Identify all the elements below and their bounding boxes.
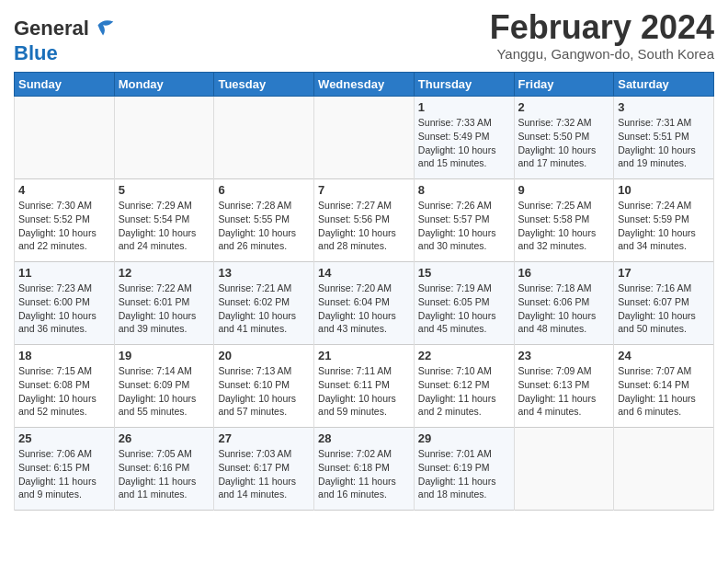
day-number: 6 [218, 183, 310, 197]
day-info: Sunrise: 7:15 AM Sunset: 6:08 PM Dayligh… [18, 364, 110, 419]
day-number: 18 [18, 349, 110, 362]
calendar-week-row: 25Sunrise: 7:06 AM Sunset: 6:15 PM Dayli… [15, 428, 714, 511]
weekday-header-row: SundayMondayTuesdayWednesdayThursdayFrid… [15, 73, 714, 97]
day-info: Sunrise: 7:14 AM Sunset: 6:09 PM Dayligh… [119, 364, 210, 419]
day-number: 8 [418, 183, 510, 197]
day-number: 11 [18, 266, 110, 280]
calendar-cell: 18Sunrise: 7:15 AM Sunset: 6:08 PM Dayli… [15, 345, 115, 428]
calendar-cell: 4Sunrise: 7:30 AM Sunset: 5:52 PM Daylig… [15, 179, 115, 262]
calendar-cell: 8Sunrise: 7:26 AM Sunset: 5:57 PM Daylig… [414, 179, 514, 262]
title-area: February 2024 Yanggu, Gangwon-do, South … [490, 9, 714, 62]
day-info: Sunrise: 7:27 AM Sunset: 5:56 PM Dayligh… [318, 199, 410, 253]
day-info: Sunrise: 7:02 AM Sunset: 6:18 PM Dayligh… [318, 447, 410, 501]
calendar-cell: 16Sunrise: 7:18 AM Sunset: 6:06 PM Dayli… [514, 262, 614, 345]
calendar-cell: 29Sunrise: 7:01 AM Sunset: 6:19 PM Dayli… [414, 428, 514, 511]
weekday-header-monday: Monday [114, 73, 214, 97]
day-number: 7 [318, 183, 410, 197]
day-info: Sunrise: 7:29 AM Sunset: 5:54 PM Dayligh… [119, 199, 210, 253]
day-number: 17 [618, 266, 710, 280]
day-number: 22 [418, 349, 510, 362]
day-number: 28 [318, 431, 410, 445]
calendar-cell [214, 97, 314, 179]
calendar-cell: 7Sunrise: 7:27 AM Sunset: 5:56 PM Daylig… [314, 179, 415, 262]
day-number: 23 [518, 349, 610, 362]
day-info: Sunrise: 7:06 AM Sunset: 6:15 PM Dayligh… [18, 447, 110, 501]
month-title: February 2024 [490, 9, 714, 46]
weekday-header-tuesday: Tuesday [214, 73, 314, 97]
day-info: Sunrise: 7:18 AM Sunset: 6:06 PM Dayligh… [518, 282, 610, 336]
calendar-cell: 21Sunrise: 7:11 AM Sunset: 6:11 PM Dayli… [314, 345, 415, 428]
day-info: Sunrise: 7:20 AM Sunset: 6:04 PM Dayligh… [318, 282, 410, 336]
day-info: Sunrise: 7:01 AM Sunset: 6:19 PM Dayligh… [418, 447, 510, 501]
day-info: Sunrise: 7:03 AM Sunset: 6:17 PM Dayligh… [218, 447, 310, 501]
logo-blue: Blue [14, 41, 58, 64]
calendar-cell [314, 97, 415, 179]
day-number: 3 [618, 100, 710, 114]
day-info: Sunrise: 7:16 AM Sunset: 6:07 PM Dayligh… [618, 282, 710, 336]
day-info: Sunrise: 7:19 AM Sunset: 6:05 PM Dayligh… [418, 282, 510, 336]
day-info: Sunrise: 7:09 AM Sunset: 6:13 PM Dayligh… [518, 364, 610, 419]
day-number: 14 [318, 266, 410, 280]
logo: General Blue [14, 17, 117, 64]
day-number: 4 [18, 183, 110, 197]
day-number: 2 [518, 100, 610, 114]
day-info: Sunrise: 7:23 AM Sunset: 6:00 PM Dayligh… [18, 282, 110, 336]
day-info: Sunrise: 7:22 AM Sunset: 6:01 PM Dayligh… [119, 282, 210, 336]
logo-general: General [14, 17, 89, 40]
calendar-cell: 24Sunrise: 7:07 AM Sunset: 6:14 PM Dayli… [614, 345, 714, 428]
calendar-cell: 25Sunrise: 7:06 AM Sunset: 6:15 PM Dayli… [15, 428, 115, 511]
day-info: Sunrise: 7:11 AM Sunset: 6:11 PM Dayligh… [318, 364, 410, 419]
calendar-cell: 12Sunrise: 7:22 AM Sunset: 6:01 PM Dayli… [114, 262, 214, 345]
day-info: Sunrise: 7:13 AM Sunset: 6:10 PM Dayligh… [218, 364, 310, 419]
calendar-cell: 17Sunrise: 7:16 AM Sunset: 6:07 PM Dayli… [614, 262, 714, 345]
day-info: Sunrise: 7:05 AM Sunset: 6:16 PM Dayligh… [119, 447, 210, 501]
calendar-cell: 6Sunrise: 7:28 AM Sunset: 5:55 PM Daylig… [214, 179, 314, 262]
day-info: Sunrise: 7:24 AM Sunset: 5:59 PM Dayligh… [618, 199, 710, 253]
calendar-cell: 10Sunrise: 7:24 AM Sunset: 5:59 PM Dayli… [614, 179, 714, 262]
calendar-cell: 3Sunrise: 7:31 AM Sunset: 5:51 PM Daylig… [614, 97, 714, 179]
day-number: 9 [518, 183, 610, 197]
day-number: 19 [119, 349, 210, 362]
day-info: Sunrise: 7:28 AM Sunset: 5:55 PM Dayligh… [218, 199, 310, 253]
location-title: Yanggu, Gangwon-do, South Korea [490, 46, 714, 62]
calendar-cell: 20Sunrise: 7:13 AM Sunset: 6:10 PM Dayli… [214, 345, 314, 428]
day-number: 29 [418, 431, 510, 445]
day-info: Sunrise: 7:32 AM Sunset: 5:50 PM Dayligh… [518, 116, 610, 170]
weekday-header-saturday: Saturday [614, 73, 714, 97]
weekday-header-thursday: Thursday [414, 73, 514, 97]
day-number: 15 [418, 266, 510, 280]
weekday-header-sunday: Sunday [15, 73, 115, 97]
calendar-cell: 22Sunrise: 7:10 AM Sunset: 6:12 PM Dayli… [414, 345, 514, 428]
calendar-cell: 5Sunrise: 7:29 AM Sunset: 5:54 PM Daylig… [114, 179, 214, 262]
day-number: 26 [119, 431, 210, 445]
calendar-week-row: 18Sunrise: 7:15 AM Sunset: 6:08 PM Dayli… [15, 345, 714, 428]
day-info: Sunrise: 7:21 AM Sunset: 6:02 PM Dayligh… [218, 282, 310, 336]
calendar-cell: 28Sunrise: 7:02 AM Sunset: 6:18 PM Dayli… [314, 428, 415, 511]
day-number: 27 [218, 431, 310, 445]
calendar-week-row: 11Sunrise: 7:23 AM Sunset: 6:00 PM Dayli… [15, 262, 714, 345]
day-number: 10 [618, 183, 710, 197]
calendar-cell: 26Sunrise: 7:05 AM Sunset: 6:16 PM Dayli… [114, 428, 214, 511]
calendar-cell [114, 97, 214, 179]
weekday-header-wednesday: Wednesday [314, 73, 415, 97]
day-number: 5 [119, 183, 210, 197]
calendar-cell: 15Sunrise: 7:19 AM Sunset: 6:05 PM Dayli… [414, 262, 514, 345]
calendar-cell: 1Sunrise: 7:33 AM Sunset: 5:49 PM Daylig… [414, 97, 514, 179]
calendar-cell [15, 97, 115, 179]
calendar-table: SundayMondayTuesdayWednesdayThursdayFrid… [14, 72, 714, 511]
day-info: Sunrise: 7:07 AM Sunset: 6:14 PM Dayligh… [618, 364, 710, 419]
calendar-week-row: 4Sunrise: 7:30 AM Sunset: 5:52 PM Daylig… [15, 179, 714, 262]
calendar-cell: 23Sunrise: 7:09 AM Sunset: 6:13 PM Dayli… [514, 345, 614, 428]
day-number: 25 [18, 431, 110, 445]
day-number: 13 [218, 266, 310, 280]
day-number: 12 [119, 266, 210, 280]
calendar-cell: 11Sunrise: 7:23 AM Sunset: 6:00 PM Dayli… [15, 262, 115, 345]
day-number: 20 [218, 349, 310, 362]
calendar-cell: 2Sunrise: 7:32 AM Sunset: 5:50 PM Daylig… [514, 97, 614, 179]
day-number: 1 [418, 100, 510, 114]
day-number: 24 [618, 349, 710, 362]
calendar-cell: 14Sunrise: 7:20 AM Sunset: 6:04 PM Dayli… [314, 262, 415, 345]
page-header: General Blue February 2024 Yanggu, Gangw… [14, 9, 714, 64]
day-number: 16 [518, 266, 610, 280]
day-info: Sunrise: 7:33 AM Sunset: 5:49 PM Dayligh… [418, 116, 510, 170]
